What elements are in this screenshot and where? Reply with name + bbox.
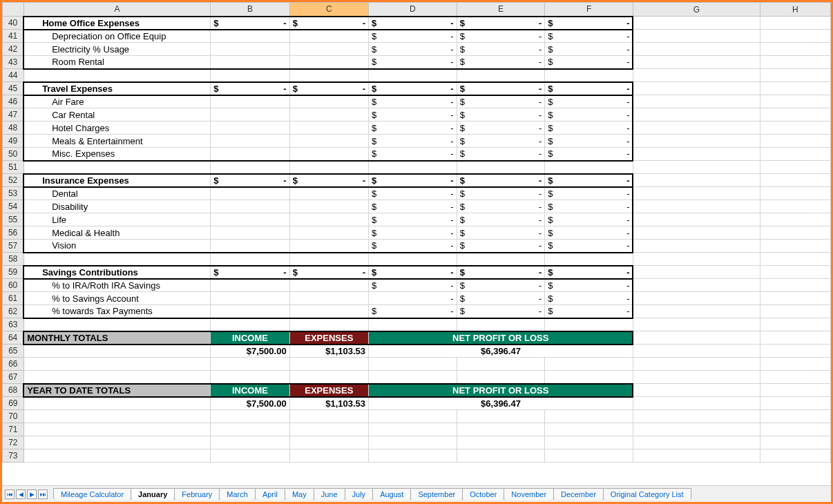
col-header-H[interactable]: H: [760, 3, 830, 17]
cell[interactable]: $-: [369, 95, 457, 108]
cell[interactable]: [760, 318, 830, 331]
net-header[interactable]: NET PROFIT OR LOSS: [369, 331, 633, 345]
col-header-F[interactable]: F: [545, 3, 633, 17]
col-header-G[interactable]: G: [633, 3, 760, 17]
income-value[interactable]: $7,500.00: [211, 345, 289, 358]
cell[interactable]: [633, 174, 760, 187]
cell[interactable]: [545, 253, 633, 266]
cell[interactable]: [369, 161, 457, 174]
sheet-tab[interactable]: February: [174, 488, 220, 500]
cell[interactable]: [289, 240, 368, 253]
cell[interactable]: [211, 371, 289, 384]
cell[interactable]: $-: [545, 82, 633, 95]
cell[interactable]: $-: [545, 56, 633, 69]
cell[interactable]: $-: [457, 30, 545, 43]
cell[interactable]: [545, 410, 633, 423]
item-label[interactable]: Hotel Charges: [23, 122, 211, 135]
cell[interactable]: [211, 122, 289, 135]
cell[interactable]: [211, 410, 289, 423]
expenses-value[interactable]: $1,103.53: [289, 345, 368, 358]
cell[interactable]: $-: [457, 17, 545, 30]
cell[interactable]: $-: [545, 122, 633, 135]
cell[interactable]: [760, 174, 830, 187]
cell[interactable]: [545, 161, 633, 174]
cell[interactable]: [289, 95, 368, 108]
cell[interactable]: $-: [457, 226, 545, 240]
cell[interactable]: [23, 358, 211, 371]
cell[interactable]: [633, 397, 760, 410]
cell[interactable]: $-: [457, 266, 545, 279]
cell[interactable]: [545, 423, 633, 436]
cell[interactable]: $-: [369, 240, 457, 253]
cell[interactable]: $-: [369, 17, 457, 30]
section-title[interactable]: Travel Expenses: [23, 82, 211, 95]
cell[interactable]: [211, 279, 289, 292]
cell[interactable]: $-: [457, 213, 545, 226]
item-label[interactable]: Electricity % Usage: [23, 43, 211, 56]
row-header[interactable]: 73: [3, 449, 24, 463]
col-header-A[interactable]: A: [23, 3, 211, 17]
cell[interactable]: [289, 292, 368, 305]
row-header[interactable]: 59: [3, 266, 24, 279]
cell[interactable]: [23, 397, 211, 410]
col-header-B[interactable]: B: [211, 3, 289, 17]
col-header-C[interactable]: C: [289, 3, 368, 17]
cell[interactable]: [760, 187, 830, 200]
cell[interactable]: $-: [369, 279, 457, 292]
cell[interactable]: [289, 108, 368, 122]
cell[interactable]: $-: [545, 135, 633, 148]
row-header[interactable]: 58: [3, 253, 24, 266]
cell[interactable]: [289, 410, 368, 423]
item-label[interactable]: % to Savings Account: [23, 292, 211, 305]
row-header[interactable]: 61: [3, 292, 24, 305]
cell[interactable]: [760, 226, 830, 240]
summary-title[interactable]: MONTHLY TOTALS: [23, 331, 211, 345]
cell[interactable]: [211, 305, 289, 318]
cell[interactable]: [633, 449, 760, 463]
income-header[interactable]: INCOME: [211, 384, 289, 397]
sheet-tab[interactable]: August: [372, 488, 411, 500]
cell[interactable]: [457, 423, 545, 436]
cell[interactable]: [23, 161, 211, 174]
cell[interactable]: [760, 30, 830, 43]
cell[interactable]: [760, 148, 830, 161]
row-header[interactable]: 63: [3, 318, 24, 331]
row-header[interactable]: 44: [3, 69, 24, 82]
row-header[interactable]: 62: [3, 305, 24, 318]
cell[interactable]: [760, 345, 830, 358]
cell[interactable]: $-: [369, 305, 457, 318]
item-label[interactable]: Life: [23, 213, 211, 226]
cell[interactable]: [760, 279, 830, 292]
cell[interactable]: $-: [369, 213, 457, 226]
cell[interactable]: [633, 213, 760, 226]
cell[interactable]: [760, 43, 830, 56]
cell[interactable]: $-: [457, 148, 545, 161]
row-header[interactable]: 41: [3, 30, 24, 43]
cell[interactable]: [369, 410, 457, 423]
cell[interactable]: [289, 122, 368, 135]
cell[interactable]: [760, 371, 830, 384]
cell[interactable]: [760, 266, 830, 279]
cell[interactable]: [760, 397, 830, 410]
expenses-header[interactable]: EXPENSES: [289, 384, 368, 397]
cell[interactable]: [23, 253, 211, 266]
expenses-value[interactable]: $1,103.53: [289, 397, 368, 410]
cell[interactable]: [633, 384, 760, 397]
cell[interactable]: [211, 436, 289, 449]
sheet-tab[interactable]: September: [410, 488, 463, 500]
cell[interactable]: [633, 345, 760, 358]
row-header[interactable]: 46: [3, 95, 24, 108]
row-header[interactable]: 57: [3, 240, 24, 253]
cell[interactable]: [211, 253, 289, 266]
row-header[interactable]: 53: [3, 187, 24, 200]
item-label[interactable]: Disability: [23, 200, 211, 213]
cell[interactable]: [633, 279, 760, 292]
cell[interactable]: [633, 423, 760, 436]
cell[interactable]: [289, 30, 368, 43]
sheet-tab[interactable]: January: [131, 488, 175, 500]
row-header[interactable]: 45: [3, 82, 24, 95]
cell[interactable]: $-: [545, 266, 633, 279]
cell[interactable]: [289, 305, 368, 318]
cell[interactable]: $-: [211, 174, 289, 187]
cell[interactable]: $-: [457, 200, 545, 213]
